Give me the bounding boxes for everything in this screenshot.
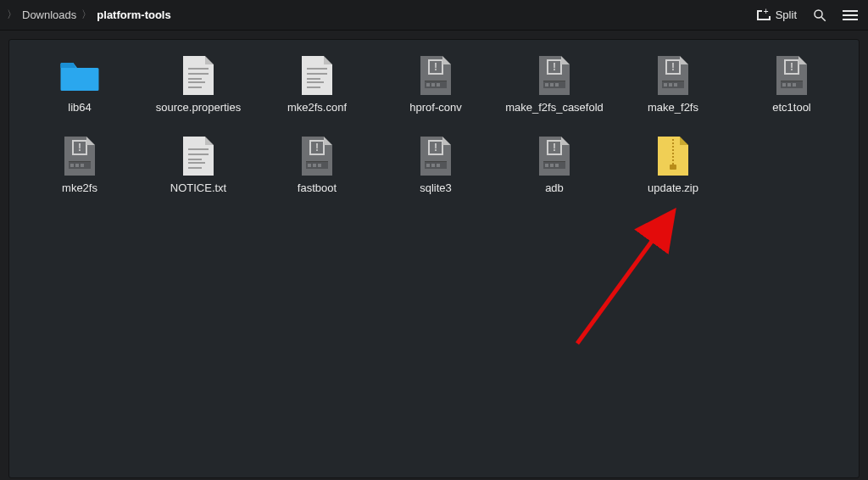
- annotation-arrow: [569, 208, 687, 352]
- file-label: mke2fs.conf: [287, 101, 347, 114]
- file-label: NOTICE.txt: [170, 181, 226, 194]
- file-item[interactable]: !make_f2fs: [618, 55, 728, 114]
- svg-line-1: [821, 17, 826, 21]
- hamburger-icon: [843, 10, 858, 20]
- breadcrumb: 〉 Downloads 〉 platform-tools: [7, 8, 757, 22]
- file-label: lib64: [68, 101, 91, 114]
- exec-icon: !: [534, 136, 575, 176]
- file-item[interactable]: !etc1tool: [737, 55, 847, 114]
- file-item[interactable]: !hprof-conv: [381, 55, 491, 114]
- file-label: make_f2fs: [648, 101, 698, 114]
- split-icon: +: [757, 10, 771, 20]
- file-label: adb: [545, 181, 564, 194]
- chevron-right-icon: 〉: [81, 8, 92, 22]
- breadcrumb-item-platform-tools[interactable]: platform-tools: [97, 8, 170, 21]
- toolbar: 〉 Downloads 〉 platform-tools + Split: [0, 0, 868, 31]
- exec-icon: !: [653, 55, 693, 96]
- file-item[interactable]: !fastboot: [262, 136, 372, 194]
- file-item[interactable]: NOTICE.txt: [143, 136, 253, 194]
- exec-icon: !: [771, 55, 812, 96]
- file-item[interactable]: lib64: [25, 55, 135, 114]
- menu-button[interactable]: [843, 10, 858, 20]
- file-item[interactable]: !make_f2fs_casefold: [499, 55, 609, 114]
- search-button[interactable]: [812, 8, 827, 23]
- text-icon: [178, 55, 219, 96]
- toolbar-actions: + Split: [757, 8, 861, 23]
- split-label: Split: [776, 8, 797, 21]
- breadcrumb-item-downloads[interactable]: Downloads: [22, 8, 76, 21]
- exec-icon: !: [415, 136, 456, 176]
- zip-icon: [653, 136, 693, 176]
- file-item[interactable]: source.properties: [143, 55, 253, 114]
- breadcrumb-label: platform-tools: [97, 8, 170, 21]
- file-label: sqlite3: [420, 181, 452, 194]
- file-item[interactable]: !sqlite3: [381, 136, 491, 194]
- file-label: mke2fs: [62, 181, 97, 194]
- exec-icon: !: [415, 55, 456, 96]
- file-label: source.properties: [156, 101, 241, 114]
- svg-point-0: [815, 10, 822, 18]
- folder-view[interactable]: lib64source.propertiesmke2fs.conf!hprof-…: [8, 39, 860, 478]
- file-item[interactable]: !mke2fs: [25, 136, 135, 194]
- file-item[interactable]: update.zip: [618, 136, 728, 194]
- file-label: fastboot: [298, 181, 337, 194]
- chevron-right-icon: 〉: [7, 8, 17, 22]
- file-label: hprof-conv: [409, 101, 461, 114]
- exec-icon: !: [297, 136, 337, 176]
- file-label: update.zip: [648, 181, 698, 194]
- file-label: make_f2fs_casefold: [505, 101, 604, 114]
- file-item[interactable]: mke2fs.conf: [262, 55, 372, 114]
- svg-line-2: [577, 218, 669, 343]
- exec-icon: !: [534, 55, 575, 96]
- search-icon: [812, 8, 827, 23]
- text-icon: [297, 55, 337, 96]
- exec-icon: !: [59, 136, 100, 176]
- file-grid: lib64source.propertiesmke2fs.conf!hprof-…: [25, 55, 843, 194]
- file-label: etc1tool: [772, 101, 811, 114]
- breadcrumb-label: Downloads: [22, 8, 76, 21]
- file-item[interactable]: !adb: [499, 136, 609, 194]
- folder-icon: [59, 55, 100, 96]
- text-icon: [178, 136, 219, 176]
- split-view-button[interactable]: + Split: [757, 8, 797, 21]
